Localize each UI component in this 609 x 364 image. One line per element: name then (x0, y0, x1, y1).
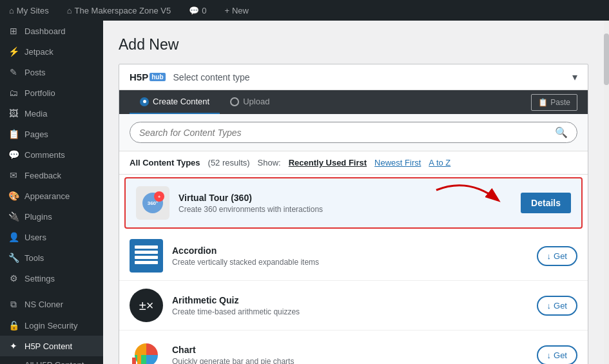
sidebar-item-users[interactable]: 👤 Users (0, 227, 103, 247)
sidebar-item-pages[interactable]: 📋 Pages (0, 124, 103, 144)
sidebar-item-feedback[interactable]: ✉ Feedback (0, 165, 103, 186)
users-icon: 👤 (8, 232, 19, 242)
filter-recently-used[interactable]: Recently Used First (289, 158, 367, 168)
paste-button[interactable]: 📋 Paste (531, 94, 577, 111)
sidebar-item-media[interactable]: 🖼 Media (0, 103, 103, 124)
chevron-down-icon[interactable]: ▾ (572, 71, 577, 83)
tab-create-content[interactable]: Create Content (130, 90, 220, 114)
chart-icon (130, 338, 163, 364)
admin-bar: ⌂ My Sites ⌂ The Makerspace Zone V5 💬 0 … (0, 0, 609, 21)
content-item-accordion: Accordion Create vertically stacked expa… (119, 231, 588, 281)
content-item-chart: Chart Quickly generate bar and pie chart… (119, 330, 588, 364)
svg-rect-12 (142, 355, 146, 364)
feedback-icon: ✉ (8, 170, 19, 180)
sidebar: ⊞ Dashboard ⚡ Jetpack ✎ Posts 🗂 Portfoli… (0, 21, 103, 364)
content-item-arithmetic: ±× Arithmetic Quiz Create time-based ari… (119, 281, 588, 330)
admin-bar-my-sites[interactable]: ⌂ My Sites (5, 6, 53, 15)
arithmetic-icon: ±× (130, 289, 163, 322)
tab-bar: Create Content Upload 📋 Paste (119, 90, 588, 114)
svg-text:360°: 360° (148, 200, 159, 206)
filter-newest-first[interactable]: Newest First (374, 158, 421, 168)
admin-bar-site-name[interactable]: ⌂ The Makerspace Zone V5 (63, 6, 175, 15)
download-icon: ↓ (547, 251, 552, 261)
svg-rect-7 (135, 251, 158, 254)
search-input[interactable] (139, 128, 550, 138)
sidebar-item-h5p[interactable]: ✦ H5P Content (0, 336, 103, 356)
search-icon: 🔍 (555, 126, 568, 139)
admin-bar-comments[interactable]: 💬 0 (185, 6, 210, 15)
arithmetic-get-button[interactable]: ↓ Get (537, 296, 577, 316)
tab-upload[interactable]: Upload (220, 90, 280, 114)
appearance-icon: 🎨 (8, 191, 19, 201)
sidebar-item-login-security[interactable]: 🔒 Login Security (0, 315, 103, 336)
search-bar: 🔍 (130, 122, 577, 143)
svg-rect-8 (135, 256, 158, 259)
virtual-tour-icon: 360° + (136, 186, 169, 220)
sidebar-item-posts[interactable]: ✎ Posts (0, 62, 103, 82)
sidebar-item-jetpack[interactable]: ⚡ Jetpack (0, 41, 103, 62)
sidebar-item-appearance[interactable]: 🎨 Appearance (0, 186, 103, 206)
sidebar-item-settings[interactable]: ⚙ Settings (0, 268, 103, 289)
content-item-virtual-tour: 360° + Virtual Tour (360) Create 360 env… (124, 177, 583, 229)
home-icon: ⌂ (67, 6, 72, 15)
filter-count: (52 results) (208, 158, 250, 168)
content-area: Add New H5Phub Select content type ▾ Cre… (103, 21, 604, 364)
sidebar-sub-all-h5p[interactable]: All H5P Content (0, 356, 103, 364)
main-layout: ⊞ Dashboard ⚡ Jetpack ✎ Posts 🗂 Portfoli… (0, 21, 609, 364)
chart-info: Chart Quickly generate bar and pie chart… (172, 345, 528, 365)
media-icon: 🖼 (8, 108, 19, 119)
download-icon-2: ↓ (547, 301, 552, 311)
chart-action: ↓ Get (537, 345, 577, 365)
sidebar-item-plugins[interactable]: 🔌 Plugins (0, 206, 103, 227)
sidebar-item-ns-cloner[interactable]: ⧉ NS Cloner (0, 294, 103, 315)
chart-get-button[interactable]: ↓ Get (537, 345, 577, 365)
admin-bar-new[interactable]: + New (220, 6, 253, 15)
arithmetic-info: Arithmetic Quiz Create time-based arithm… (172, 295, 528, 316)
scroll-thumb[interactable] (604, 34, 609, 85)
svg-rect-11 (137, 352, 141, 364)
virtual-tour-action: Details (521, 193, 571, 213)
svg-rect-9 (135, 261, 158, 264)
sidebar-item-dashboard[interactable]: ⊞ Dashboard (0, 21, 103, 41)
accordion-get-button[interactable]: ↓ Get (537, 246, 577, 266)
arithmetic-title: Arithmetic Quiz (172, 295, 528, 305)
plugins-icon: 🔌 (8, 211, 19, 222)
settings-icon: ⚙ (8, 273, 19, 283)
virtual-tour-info: Virtual Tour (360) Create 360 environmen… (179, 193, 512, 214)
jetpack-icon: ⚡ (8, 46, 19, 57)
details-button[interactable]: Details (521, 193, 571, 213)
accordion-action: ↓ Get (537, 246, 577, 266)
h5p-select-label[interactable]: Select content type (173, 72, 572, 82)
create-radio (140, 97, 149, 106)
arithmetic-action: ↓ Get (537, 296, 577, 316)
ns-cloner-icon: ⧉ (8, 299, 19, 310)
chart-desc: Quickly generate bar and pie charts (172, 357, 528, 365)
plus-icon: + (224, 6, 229, 15)
sidebar-item-comments[interactable]: 💬 Comments (0, 144, 103, 165)
my-sites-icon: ⌂ (9, 6, 14, 15)
scrollbar[interactable] (604, 21, 609, 364)
accordion-info: Accordion Create vertically stacked expa… (172, 245, 528, 267)
svg-rect-10 (132, 358, 136, 364)
show-label: Show: (258, 158, 281, 168)
tools-icon: 🔧 (8, 253, 19, 263)
filter-label: All Content Types (130, 158, 200, 168)
accordion-title: Accordion (172, 245, 528, 256)
svg-rect-6 (135, 245, 158, 249)
posts-icon: ✎ (8, 67, 19, 77)
filter-bar: All Content Types (52 results) Show: Rec… (119, 151, 588, 175)
download-icon-3: ↓ (547, 350, 552, 360)
paste-icon: 📋 (538, 98, 548, 107)
comment-icon: 💬 (189, 6, 199, 15)
sidebar-item-portfolio[interactable]: 🗂 Portfolio (0, 82, 103, 103)
filter-a-to-z[interactable]: A to Z (429, 158, 450, 168)
content-list: 360° + Virtual Tour (360) Create 360 env… (119, 177, 588, 364)
sidebar-item-tools[interactable]: 🔧 Tools (0, 247, 103, 268)
pages-icon: 📋 (8, 129, 19, 139)
chart-title: Chart (172, 345, 528, 355)
login-security-icon: 🔒 (8, 320, 19, 330)
virtual-tour-title: Virtual Tour (360) (179, 193, 512, 203)
h5p-icon: ✦ (8, 341, 19, 351)
portfolio-icon: 🗂 (8, 88, 19, 98)
comments-icon: 💬 (8, 149, 19, 160)
